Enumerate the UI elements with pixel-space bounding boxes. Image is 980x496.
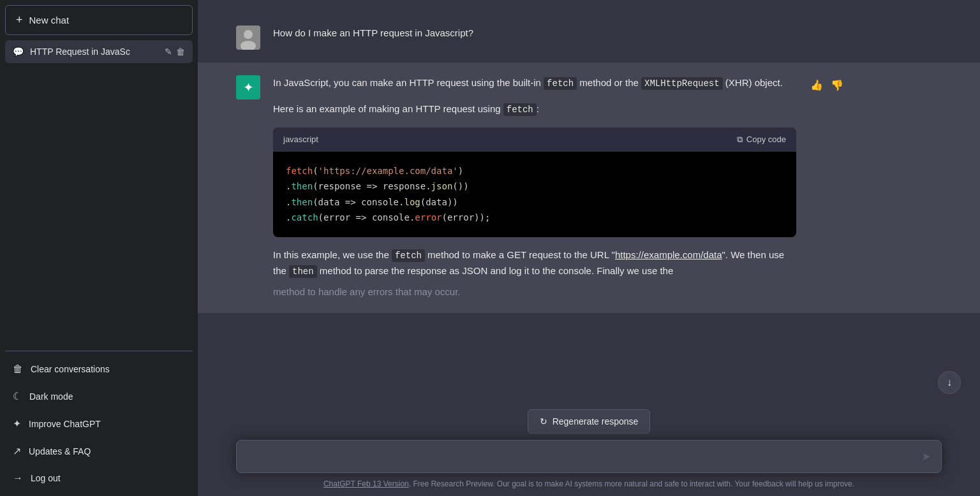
fetch-inline-code: fetch xyxy=(544,77,577,90)
user-avatar-placeholder xyxy=(236,26,260,50)
chat-item-label: HTTP Request in JavaSc xyxy=(30,47,158,57)
thumbs-up-button[interactable]: 👍 xyxy=(809,78,824,92)
code-line-4: .catch(error => console.error(error)); xyxy=(286,210,783,226)
sidebar-item-improve[interactable]: ✦ Improve ChatGPT xyxy=(5,411,193,437)
code-line-3: .then(data => console.log(data)) xyxy=(286,194,783,210)
copy-icon: ⧉ xyxy=(737,135,743,145)
new-chat-label: New chat xyxy=(29,15,70,26)
chat-history: 💬 HTTP Request in JavaSc ✎ 🗑 xyxy=(5,40,193,346)
improve-label: Improve ChatGPT xyxy=(29,419,101,429)
assistant-intro: In JavaScript, you can make an HTTP requ… xyxy=(273,75,796,91)
faq-label: Updates & FAQ xyxy=(29,446,91,456)
svg-point-1 xyxy=(244,30,253,39)
input-area: ↻ Regenerate response ➤ ChatGPT Feb 13 V… xyxy=(198,402,980,497)
sidebar-item-darkmode[interactable]: ☾ Dark mode xyxy=(5,383,193,409)
new-chat-button[interactable]: + New chat xyxy=(5,5,193,35)
regenerate-wrapper: ↻ Regenerate response xyxy=(236,409,942,434)
darkmode-label: Dark mode xyxy=(29,391,73,402)
xhr-inline-code: XMLHttpRequest xyxy=(641,77,723,90)
sidebar-item-faq[interactable]: ↗ Updates & FAQ xyxy=(5,438,193,464)
svg-text:✦: ✦ xyxy=(243,80,254,94)
user-message-row: How do I make an HTTP request in Javascr… xyxy=(198,13,980,62)
chat-input[interactable] xyxy=(237,441,941,473)
trash-icon: 🗑 xyxy=(13,363,23,375)
code-block-header: javascript ⧉ Copy code xyxy=(273,128,796,151)
regenerate-icon: ↻ xyxy=(540,416,547,427)
assistant-outro: In this example, we use the fetch method… xyxy=(273,247,796,279)
sidebar-divider xyxy=(5,351,193,351)
code-block: javascript ⧉ Copy code fetch('https://ex… xyxy=(273,128,796,237)
input-box-wrapper: ➤ xyxy=(236,440,942,474)
footer-text-content: . Free Research Preview. Our goal is to … xyxy=(409,479,854,488)
sidebar-item-clear[interactable]: 🗑 Clear conversations xyxy=(5,356,193,382)
sidebar-bottom: 🗑 Clear conversations ☾ Dark mode ✦ Impr… xyxy=(5,356,193,491)
then-code: then xyxy=(289,265,317,278)
logout-label: Log out xyxy=(31,473,61,483)
example-fetch-code: fetch xyxy=(503,103,537,116)
chat-icon: 💬 xyxy=(13,47,24,57)
chat-history-item[interactable]: 💬 HTTP Request in JavaSc ✎ 🗑 xyxy=(5,40,193,63)
send-icon: ➤ xyxy=(921,450,931,463)
assistant-outro-truncated: method to handle any errors that may occ… xyxy=(273,284,796,300)
fetch-outro-code: fetch xyxy=(392,249,425,262)
example-link[interactable]: https://example.com/data xyxy=(615,249,722,260)
scroll-bottom-button[interactable]: ↓ xyxy=(938,371,961,394)
user-avatar xyxy=(236,26,260,50)
copy-code-button[interactable]: ⧉ Copy code xyxy=(737,135,786,145)
sidebar-item-logout[interactable]: → Log out xyxy=(5,465,193,491)
main-content: How do I make an HTTP request in Javascr… xyxy=(198,0,980,496)
plus-icon: + xyxy=(16,13,23,27)
regenerate-button[interactable]: ↻ Regenerate response xyxy=(528,409,651,434)
delete-chat-icon[interactable]: 🗑 xyxy=(176,47,185,57)
gpt-avatar: ✦ xyxy=(236,75,260,99)
logout-icon: → xyxy=(13,472,23,484)
code-block-body: fetch('https://example.com/data') .then(… xyxy=(273,152,796,237)
chat-item-actions: ✎ 🗑 xyxy=(165,47,185,57)
gpt-logo-icon: ✦ xyxy=(236,75,260,99)
user-message-content: How do I make an HTTP request in Javascr… xyxy=(273,26,796,41)
example-intro: Here is an example of making an HTTP req… xyxy=(273,101,796,117)
send-button[interactable]: ➤ xyxy=(919,447,933,466)
footer-version-link[interactable]: ChatGPT Feb 13 Version xyxy=(323,479,409,488)
external-link-icon: ↗ xyxy=(13,445,21,457)
regenerate-label: Regenerate response xyxy=(553,416,639,427)
edit-chat-icon[interactable]: ✎ xyxy=(165,47,172,57)
chevron-down-icon: ↓ xyxy=(947,377,952,388)
footer: ChatGPT Feb 13 Version. Free Research Pr… xyxy=(236,473,942,496)
code-line-1: fetch('https://example.com/data') xyxy=(286,163,783,179)
star-icon: ✦ xyxy=(13,418,21,430)
code-lang-label: javascript xyxy=(283,133,318,146)
message-actions: 👍 👎 xyxy=(809,75,845,92)
assistant-message-content: In JavaScript, you can make an HTTP requ… xyxy=(273,75,796,300)
clear-label: Clear conversations xyxy=(31,364,110,374)
user-question-text: How do I make an HTTP request in Javascr… xyxy=(273,27,473,38)
assistant-message-row: ✦ In JavaScript, you can make an HTTP re… xyxy=(198,62,980,313)
thumbs-down-button[interactable]: 👎 xyxy=(829,78,845,92)
moon-icon: ☾ xyxy=(13,390,22,402)
code-line-2: .then(response => response.json()) xyxy=(286,179,783,194)
sidebar: + New chat 💬 HTTP Request in JavaSc ✎ 🗑 … xyxy=(0,0,198,496)
